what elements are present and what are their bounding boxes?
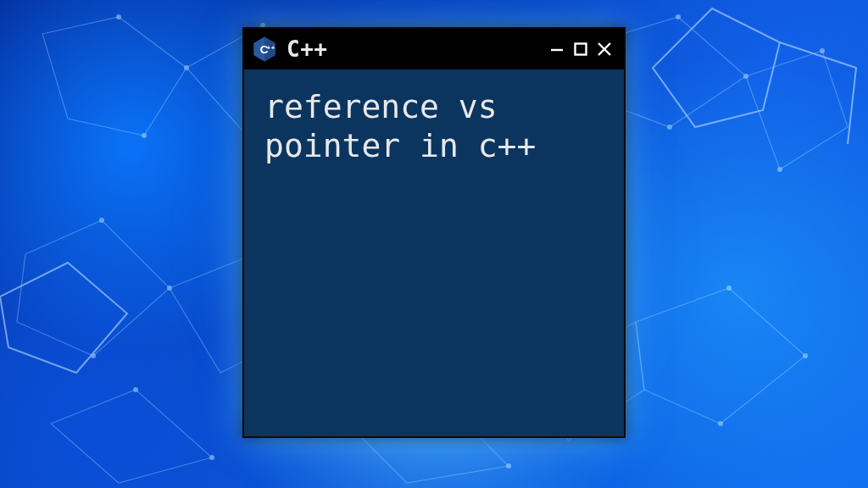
svg-point-16 <box>133 387 138 392</box>
svg-point-2 <box>142 133 147 138</box>
svg-point-12 <box>777 167 782 172</box>
terminal-window: C + + C++ reference vs pointer in c++ <box>242 27 626 438</box>
svg-point-15 <box>718 421 723 426</box>
svg-rect-26 <box>576 44 587 55</box>
titlebar: C + + C++ <box>244 29 624 69</box>
svg-point-14 <box>803 353 808 358</box>
svg-point-6 <box>167 286 172 291</box>
window-title: C++ <box>287 36 327 62</box>
svg-point-7 <box>91 353 96 358</box>
svg-point-9 <box>743 74 748 79</box>
svg-text:+: + <box>267 45 270 52</box>
minimize-button[interactable] <box>546 38 568 60</box>
svg-point-5 <box>99 218 104 223</box>
window-controls <box>546 38 615 60</box>
close-button[interactable] <box>593 38 615 60</box>
svg-point-13 <box>726 286 732 291</box>
terminal-content: reference vs pointer in c++ <box>244 69 624 436</box>
cpp-hex-icon: C + + <box>251 36 278 63</box>
maximize-button[interactable] <box>570 38 592 60</box>
svg-text:+: + <box>271 45 275 52</box>
svg-point-11 <box>820 48 825 53</box>
svg-point-8 <box>676 14 681 19</box>
svg-point-0 <box>116 14 121 19</box>
svg-point-1 <box>184 65 189 70</box>
